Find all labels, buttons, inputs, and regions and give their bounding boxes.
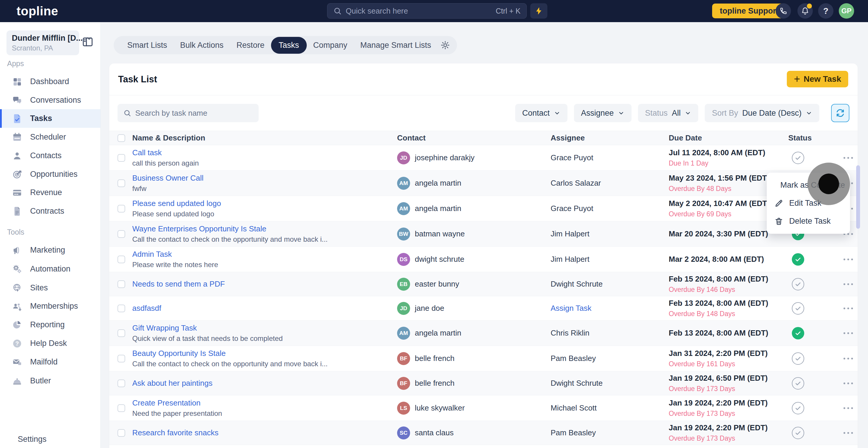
sidebar-item-butler[interactable]: Butler (0, 372, 100, 390)
task-search-input[interactable]: Search by task name (118, 104, 259, 122)
vertical-scrollbar[interactable] (856, 165, 860, 229)
refresh-button[interactable] (831, 104, 849, 122)
assignee-cell[interactable]: Jim Halpert (551, 229, 669, 238)
task-name-link[interactable]: Create Presentation (132, 398, 397, 408)
tab-manage-smart-lists[interactable]: Manage Smart Lists (354, 41, 438, 50)
sidebar-item-settings[interactable]: Settings (0, 430, 100, 448)
assignee-cell[interactable]: Grace Puyot (551, 204, 669, 213)
assignee-cell[interactable]: Dwight Schrute (551, 379, 669, 388)
row-checkbox[interactable] (118, 256, 125, 263)
sidebar-item-revenue[interactable]: Revenue (0, 183, 100, 202)
name-description-cell: Call task call this person again (132, 145, 397, 170)
sidebar-item-opportunities[interactable]: Opportunities (0, 165, 100, 184)
quick-actions-button[interactable] (530, 3, 547, 19)
assignee-filter-dropdown[interactable]: Assignee (574, 104, 631, 122)
task-name-link[interactable]: Wayne Enterprises Opportunity Is Stale (132, 224, 397, 233)
menu-item-delete-task[interactable]: Delete Task (767, 212, 850, 230)
sort-by-dropdown[interactable]: Sort By Due Date (Desc) (705, 104, 819, 122)
quick-search-input[interactable]: Quick search here Ctrl + K (327, 3, 527, 19)
user-avatar[interactable]: GP (839, 3, 854, 19)
row-checkbox[interactable] (118, 180, 125, 187)
task-name-link[interactable]: Needs to send them a PDF (132, 280, 397, 289)
row-actions-button[interactable] (838, 283, 858, 285)
tab-restore[interactable]: Restore (230, 41, 271, 50)
tab-smart-lists[interactable]: Smart Lists (121, 41, 174, 50)
select-all-checkbox[interactable] (118, 134, 125, 142)
task-name-link[interactable]: Gift Wrapping Task (132, 323, 397, 332)
sidebar-item-sites[interactable]: Sites (0, 279, 100, 297)
lightning-icon (534, 6, 543, 15)
row-checkbox[interactable] (118, 280, 125, 288)
sidebar-item-mailfold[interactable]: Mailfold (0, 353, 100, 371)
contact-filter-dropdown[interactable]: Contact (515, 104, 567, 122)
task-name-link[interactable]: Call task (132, 148, 397, 157)
status-toggle[interactable] (792, 152, 804, 164)
sidebar-item-memberships[interactable]: Memberships (0, 297, 100, 316)
status-toggle[interactable] (792, 302, 804, 315)
status-toggle[interactable] (792, 402, 804, 414)
row-checkbox[interactable] (118, 380, 125, 387)
row-actions-button[interactable] (838, 407, 858, 409)
assignee-cell[interactable]: Michael Scott (551, 404, 669, 413)
assignee-cell[interactable]: Assign Task (551, 304, 669, 313)
row-actions-button[interactable] (838, 157, 858, 159)
task-name-link[interactable]: Research favorite snacks (132, 428, 397, 437)
row-actions-button[interactable] (838, 332, 858, 334)
row-checkbox[interactable] (118, 355, 125, 362)
status-toggle[interactable] (792, 352, 804, 365)
status-toggle[interactable] (792, 427, 804, 439)
status-toggle[interactable] (792, 327, 804, 340)
row-checkbox[interactable] (118, 404, 125, 412)
account-switcher[interactable]: Dunder Mifflin [D... Scranton, PA (6, 30, 79, 55)
sidebar-item-scheduler[interactable]: Scheduler (0, 128, 100, 147)
row-actions-button[interactable] (838, 308, 858, 309)
help-button[interactable]: ? (818, 3, 833, 19)
assignee-cell[interactable]: Dwight Schrute (551, 280, 669, 289)
sidebar-item-automation[interactable]: Automation (0, 260, 100, 278)
row-checkbox[interactable] (118, 305, 125, 312)
row-checkbox[interactable] (118, 230, 125, 238)
collapse-sidebar-button[interactable] (82, 36, 94, 48)
sidebar-item-reporting[interactable]: Reporting (0, 316, 100, 334)
tabs-settings-button[interactable] (440, 40, 450, 50)
row-actions-button[interactable] (838, 358, 858, 359)
tab-tasks[interactable]: Tasks (271, 37, 307, 54)
assignee-cell[interactable]: Pam Beasley (551, 428, 669, 437)
sidebar-item-dashboard[interactable]: Dashboard (0, 72, 100, 91)
sidebar-item-tasks[interactable]: Tasks (0, 109, 100, 128)
contact-avatar: AM (397, 202, 410, 215)
status-toggle[interactable] (792, 278, 804, 290)
tab-company[interactable]: Company (307, 41, 354, 50)
task-name-link[interactable]: Business Owner Call (132, 173, 397, 183)
phone-button[interactable] (776, 3, 791, 19)
task-name-link[interactable]: Please send updated logo (132, 199, 397, 208)
assignee-cell[interactable]: Pam Beasley (551, 354, 669, 363)
sidebar-item-help-desk[interactable]: ? Help Desk (0, 334, 100, 353)
status-toggle[interactable] (792, 253, 804, 266)
row-checkbox[interactable] (118, 154, 125, 162)
task-name-link[interactable]: asdfasdf (132, 304, 397, 313)
new-task-button[interactable]: + New Task (787, 71, 848, 87)
sidebar-item-marketing[interactable]: Marketing (0, 241, 100, 259)
row-checkbox[interactable] (118, 429, 125, 437)
sidebar-item-conversations[interactable]: Conversations (0, 91, 100, 109)
row-checkbox[interactable] (118, 205, 125, 213)
row-actions-button[interactable] (838, 259, 858, 260)
sidebar-item-contracts[interactable]: Contracts (0, 202, 100, 220)
row-actions-button[interactable] (838, 382, 858, 384)
task-name-link[interactable]: Ask about her paintings (132, 379, 397, 388)
support-button[interactable]: topline Support (712, 4, 786, 18)
task-name-link[interactable]: Admin Task (132, 250, 397, 259)
status-toggle[interactable] (792, 377, 804, 390)
assignee-cell[interactable]: Chris Riklin (551, 328, 669, 338)
row-actions-button[interactable] (838, 432, 858, 434)
assignee-cell[interactable]: Grace Puyot (551, 153, 669, 162)
status-filter-dropdown[interactable]: Status All (638, 104, 699, 122)
notifications-button[interactable] (798, 3, 813, 19)
task-name-link[interactable]: Beauty Opportunity Is Stale (132, 349, 397, 358)
sidebar-item-contacts[interactable]: Contacts (0, 147, 100, 165)
tab-bulk-actions[interactable]: Bulk Actions (174, 41, 230, 50)
assignee-cell[interactable]: Carlos Salazar (551, 179, 669, 188)
assignee-cell[interactable]: Jim Halpert (551, 255, 669, 264)
row-checkbox[interactable] (118, 329, 125, 337)
